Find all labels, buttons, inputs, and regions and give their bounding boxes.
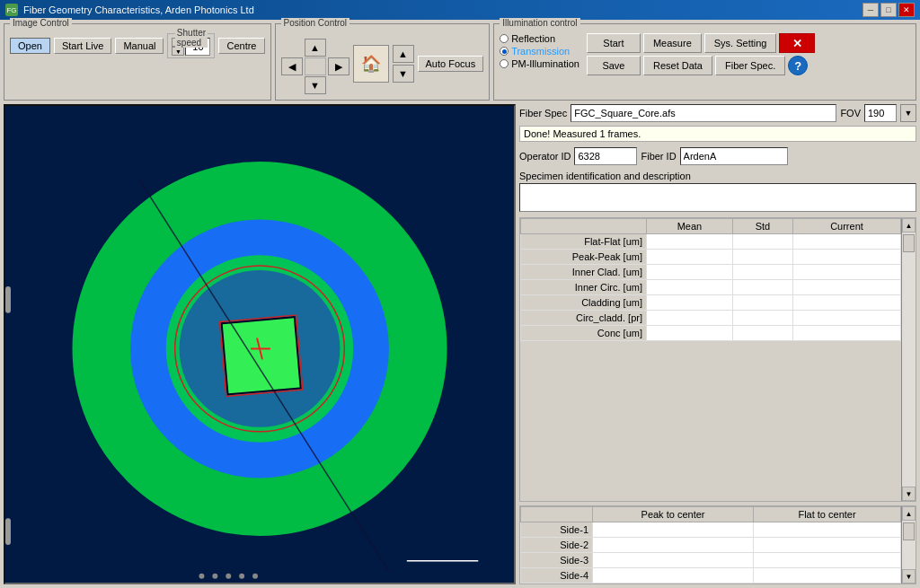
svg-point-15 xyxy=(226,574,231,579)
pm-illumination-label: PM-Illumination xyxy=(511,58,579,69)
open-button[interactable]: Open xyxy=(10,38,50,54)
cell-flat-flat-current xyxy=(792,234,900,250)
table-row: Cladding [um] xyxy=(521,295,901,311)
scrollbar-down-button[interactable]: ▼ xyxy=(902,487,916,501)
pos-left-button[interactable]: ◀ xyxy=(281,57,303,75)
window-controls: ─ □ ✕ xyxy=(862,3,915,17)
sides-table-inner: Peak to center Flat to center Side-1 xyxy=(520,506,901,584)
start-live-button[interactable]: Start Live xyxy=(54,38,111,54)
measurements-table-inner: Mean Std Current Flat-Flat [um] xyxy=(520,218,901,501)
reflection-radio[interactable] xyxy=(500,34,509,43)
cell-peak-peak-current xyxy=(792,250,900,265)
side4-flat xyxy=(754,568,901,584)
sides-scrollbar-up-button[interactable]: ▲ xyxy=(902,506,916,521)
cell-inner-clad-mean xyxy=(647,265,733,280)
pos-up-button[interactable]: ▲ xyxy=(305,39,326,57)
side2-flat xyxy=(754,538,901,553)
transmission-radio[interactable] xyxy=(500,47,509,56)
image-control-panel: Image Control Open Start Live Manual Shu… xyxy=(4,23,271,101)
save-button[interactable]: Save xyxy=(587,56,641,75)
reflection-radio-item[interactable]: Reflection xyxy=(500,33,579,44)
svg-rect-19 xyxy=(5,518,11,545)
pm-illumination-radio[interactable] xyxy=(500,59,509,68)
fiber-id-input[interactable] xyxy=(680,147,788,165)
measurements-scrollbar[interactable]: ▲ ▼ xyxy=(901,218,916,501)
sides-scrollbar-thumb[interactable] xyxy=(903,522,915,540)
sides-scrollbar-down-button[interactable]: ▼ xyxy=(902,569,916,584)
auto-focus-button[interactable]: Auto Focus xyxy=(418,56,484,72)
right-panel: Fiber Spec FOV ▼ Done! Measured 1 frames… xyxy=(519,104,916,584)
operator-id-input[interactable] xyxy=(574,147,637,165)
side2-label: Side-2 xyxy=(521,538,593,553)
svg-point-16 xyxy=(239,574,244,579)
close-button[interactable]: ✕ xyxy=(898,3,915,17)
fiber-id-label: Fiber ID xyxy=(641,151,676,162)
fiber-spec-input[interactable] xyxy=(571,104,836,122)
table-row: Inner Clad. [um] xyxy=(521,265,901,280)
cell-peak-peak-std xyxy=(732,250,792,265)
cell-cladding-mean xyxy=(647,295,733,311)
maximize-button[interactable]: □ xyxy=(880,3,897,17)
illumination-control-label: Illumination control xyxy=(500,18,579,28)
position-buttons: ▲ ◀ ▶ ▼ xyxy=(281,39,349,94)
scrollbar-up-button[interactable]: ▲ xyxy=(902,218,916,233)
cell-circ-cladd-current xyxy=(792,311,900,326)
specimen-input[interactable] xyxy=(519,183,916,212)
row-label-cladding: Cladding [um] xyxy=(521,295,647,311)
close-red-button[interactable]: ✕ xyxy=(779,33,815,53)
scrollbar-thumb[interactable] xyxy=(903,234,915,252)
cell-inner-clad-current xyxy=(792,265,900,280)
cell-inner-clad-std xyxy=(732,265,792,280)
row-label-circ-cladd: Circ_cladd. [pr] xyxy=(521,311,647,326)
pos-up2-button[interactable]: ▲ xyxy=(393,45,414,63)
minimize-button[interactable]: ─ xyxy=(862,3,879,17)
svg-point-14 xyxy=(212,574,217,579)
row-label-inner-clad: Inner Clad. [um] xyxy=(521,265,647,280)
pos-down2-button[interactable]: ▼ xyxy=(393,65,414,83)
sys-setting-button[interactable]: Sys. Setting xyxy=(704,33,777,53)
fov-label: FOV xyxy=(840,108,861,118)
sides-scrollbar[interactable]: ▲ ▼ xyxy=(901,506,916,584)
side3-flat xyxy=(754,553,901,568)
manual-button[interactable]: Manual xyxy=(115,38,164,54)
pos-down-button[interactable]: ▼ xyxy=(305,76,326,94)
position-control-panel: Position Control ▲ ◀ ▶ ▼ xyxy=(275,23,491,101)
col-header-std: Std xyxy=(732,219,792,234)
sides-scrollbar-track[interactable] xyxy=(902,521,916,569)
illumination-action-buttons: Start Measure Sys. Setting ✕ Save Reset … xyxy=(587,33,816,75)
fiber-spec-row: Fiber Spec FOV ▼ xyxy=(519,104,916,122)
shutter-speed-group: Shutter speed ▲ ▼ xyxy=(167,33,215,58)
fov-expand-button[interactable]: ▼ xyxy=(900,104,916,122)
pm-illumination-radio-item[interactable]: PM-Illumination xyxy=(500,58,579,69)
home-button[interactable]: 🏠 xyxy=(353,45,389,83)
app-icon: FG xyxy=(5,4,18,16)
cell-conc-current xyxy=(792,326,900,341)
fiber-spec-button[interactable]: Fiber Spec. xyxy=(715,56,785,75)
image-control-label: Image Control xyxy=(10,18,72,28)
pos-right-button[interactable]: ▶ xyxy=(328,57,349,75)
measure-button[interactable]: Measure xyxy=(643,33,702,53)
operator-id-label: Operator ID xyxy=(519,151,571,162)
sides-table-row: Side-2 xyxy=(521,538,901,553)
title-bar: FG Fiber Geometry Characteristics, Arden… xyxy=(0,0,920,20)
side1-label: Side-1 xyxy=(521,522,593,538)
side1-flat xyxy=(754,522,901,538)
transmission-radio-item[interactable]: Transmission xyxy=(500,46,579,57)
cell-cladding-current xyxy=(792,295,900,311)
reset-data-button[interactable]: Reset Data xyxy=(643,56,712,75)
centre-button[interactable]: Centre xyxy=(218,38,264,54)
spinner-down-button[interactable]: ▼ xyxy=(172,47,184,56)
help-button[interactable]: ? xyxy=(788,56,808,75)
side3-label: Side-3 xyxy=(521,553,593,568)
sides-table-row: Side-4 xyxy=(521,568,901,584)
row-label-conc: Conc [um] xyxy=(521,326,647,341)
sides-table: Peak to center Flat to center Side-1 xyxy=(520,506,901,584)
cell-circ-cladd-std xyxy=(732,311,792,326)
measurements-table: Mean Std Current Flat-Flat [um] xyxy=(520,218,901,341)
sides-col-header-peak: Peak to center xyxy=(593,507,754,522)
scrollbar-track[interactable] xyxy=(902,233,916,487)
side4-label: Side-4 xyxy=(521,568,593,584)
start-button[interactable]: Start xyxy=(587,33,641,53)
side2-peak xyxy=(593,538,754,553)
fov-value-input[interactable] xyxy=(864,104,897,122)
